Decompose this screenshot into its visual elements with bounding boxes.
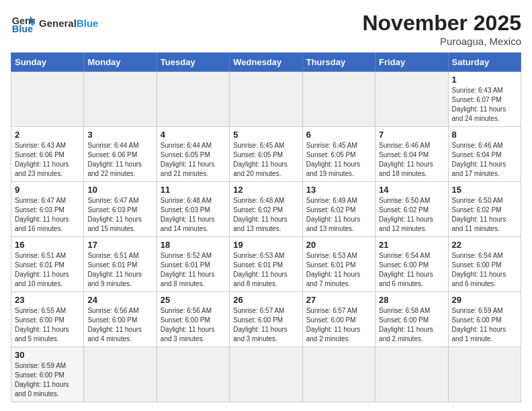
day-info: Sunrise: 6:53 AM Sunset: 6:01 PM Dayligh… — [306, 251, 371, 289]
day-number: 23 — [15, 295, 80, 305]
day-number: 5 — [233, 130, 298, 140]
calendar-week-row: 1Sunrise: 6:43 AM Sunset: 6:07 PM Daylig… — [11, 72, 521, 127]
day-header-wednesday: Wednesday — [230, 53, 302, 72]
day-info: Sunrise: 6:54 AM Sunset: 6:00 PM Dayligh… — [452, 251, 517, 289]
day-header-friday: Friday — [375, 53, 448, 72]
day-number: 30 — [15, 350, 80, 360]
calendar-cell: 29Sunrise: 6:59 AM Sunset: 6:00 PM Dayli… — [448, 292, 521, 347]
calendar-cell: 11Sunrise: 6:48 AM Sunset: 6:03 PM Dayli… — [157, 182, 229, 237]
title-block: November 2025 Puroagua, Mexico — [362, 11, 521, 47]
calendar-cell: 2Sunrise: 6:43 AM Sunset: 6:06 PM Daylig… — [11, 127, 84, 182]
day-number: 29 — [452, 295, 517, 305]
day-number: 16 — [15, 240, 80, 250]
day-number: 25 — [161, 295, 226, 305]
calendar-cell — [230, 347, 302, 402]
calendar-cell: 28Sunrise: 6:58 AM Sunset: 6:00 PM Dayli… — [375, 292, 448, 347]
calendar-cell — [157, 347, 229, 402]
calendar-cell: 27Sunrise: 6:57 AM Sunset: 6:00 PM Dayli… — [302, 292, 375, 347]
day-number: 13 — [306, 185, 371, 195]
day-info: Sunrise: 6:48 AM Sunset: 6:02 PM Dayligh… — [233, 196, 298, 234]
day-number: 12 — [233, 185, 298, 195]
calendar-cell: 8Sunrise: 6:46 AM Sunset: 6:04 PM Daylig… — [448, 127, 521, 182]
calendar-cell — [84, 347, 157, 402]
calendar-cell — [375, 347, 448, 402]
day-number: 18 — [161, 240, 226, 250]
day-info: Sunrise: 6:51 AM Sunset: 6:01 PM Dayligh… — [87, 251, 152, 289]
day-info: Sunrise: 6:55 AM Sunset: 6:00 PM Dayligh… — [15, 306, 80, 344]
location: Puroagua, Mexico — [362, 36, 521, 47]
day-number: 3 — [87, 130, 152, 140]
calendar-week-row: 9Sunrise: 6:47 AM Sunset: 6:03 PM Daylig… — [11, 182, 521, 237]
day-info: Sunrise: 6:45 AM Sunset: 6:05 PM Dayligh… — [306, 141, 371, 179]
calendar-cell: 25Sunrise: 6:56 AM Sunset: 6:00 PM Dayli… — [157, 292, 229, 347]
day-info: Sunrise: 6:45 AM Sunset: 6:05 PM Dayligh… — [233, 141, 298, 179]
day-info: Sunrise: 6:57 AM Sunset: 6:00 PM Dayligh… — [306, 306, 371, 344]
day-info: Sunrise: 6:49 AM Sunset: 6:02 PM Dayligh… — [306, 196, 371, 234]
calendar-cell: 4Sunrise: 6:44 AM Sunset: 6:05 PM Daylig… — [157, 127, 229, 182]
calendar-cell: 26Sunrise: 6:57 AM Sunset: 6:00 PM Dayli… — [230, 292, 302, 347]
page-header: General Blue GeneralBlue November 2025 P… — [11, 11, 521, 47]
calendar-cell — [84, 72, 157, 127]
calendar-cell: 30Sunrise: 6:59 AM Sunset: 6:00 PM Dayli… — [11, 347, 84, 402]
day-info: Sunrise: 6:47 AM Sunset: 6:03 PM Dayligh… — [15, 196, 80, 234]
logo: General Blue GeneralBlue — [11, 11, 98, 35]
calendar-cell — [230, 72, 302, 127]
day-number: 4 — [161, 130, 226, 140]
calendar-cell: 23Sunrise: 6:55 AM Sunset: 6:00 PM Dayli… — [11, 292, 84, 347]
day-number: 15 — [452, 185, 517, 195]
calendar-cell — [157, 72, 229, 127]
day-info: Sunrise: 6:44 AM Sunset: 6:06 PM Dayligh… — [87, 141, 152, 179]
day-info: Sunrise: 6:43 AM Sunset: 6:07 PM Dayligh… — [452, 86, 517, 124]
calendar-cell: 17Sunrise: 6:51 AM Sunset: 6:01 PM Dayli… — [84, 237, 157, 292]
calendar-cell: 20Sunrise: 6:53 AM Sunset: 6:01 PM Dayli… — [302, 237, 375, 292]
day-number: 24 — [87, 295, 152, 305]
calendar-cell: 14Sunrise: 6:50 AM Sunset: 6:02 PM Dayli… — [375, 182, 448, 237]
day-info: Sunrise: 6:52 AM Sunset: 6:01 PM Dayligh… — [161, 251, 226, 289]
calendar-cell: 9Sunrise: 6:47 AM Sunset: 6:03 PM Daylig… — [11, 182, 84, 237]
calendar-week-row: 23Sunrise: 6:55 AM Sunset: 6:00 PM Dayli… — [11, 292, 521, 347]
day-info: Sunrise: 6:58 AM Sunset: 6:00 PM Dayligh… — [379, 306, 444, 344]
calendar-cell: 19Sunrise: 6:53 AM Sunset: 6:01 PM Dayli… — [230, 237, 302, 292]
day-info: Sunrise: 6:59 AM Sunset: 6:00 PM Dayligh… — [452, 306, 517, 344]
day-info: Sunrise: 6:53 AM Sunset: 6:01 PM Dayligh… — [233, 251, 298, 289]
calendar-cell: 7Sunrise: 6:46 AM Sunset: 6:04 PM Daylig… — [375, 127, 448, 182]
calendar-cell: 3Sunrise: 6:44 AM Sunset: 6:06 PM Daylig… — [84, 127, 157, 182]
calendar-week-row: 30Sunrise: 6:59 AM Sunset: 6:00 PM Dayli… — [11, 347, 521, 402]
day-number: 14 — [379, 185, 444, 195]
calendar-cell — [375, 72, 448, 127]
day-number: 22 — [452, 240, 517, 250]
month-title: November 2025 — [362, 11, 521, 36]
day-number: 6 — [306, 130, 371, 140]
day-number: 26 — [233, 295, 298, 305]
day-info: Sunrise: 6:56 AM Sunset: 6:00 PM Dayligh… — [161, 306, 226, 344]
calendar-cell: 18Sunrise: 6:52 AM Sunset: 6:01 PM Dayli… — [157, 237, 229, 292]
day-info: Sunrise: 6:43 AM Sunset: 6:06 PM Dayligh… — [15, 141, 80, 179]
calendar-cell — [302, 347, 375, 402]
day-info: Sunrise: 6:48 AM Sunset: 6:03 PM Dayligh… — [161, 196, 226, 234]
day-info: Sunrise: 6:44 AM Sunset: 6:05 PM Dayligh… — [161, 141, 226, 179]
logo-icon: General Blue — [11, 11, 35, 35]
day-header-monday: Monday — [84, 53, 157, 72]
day-info: Sunrise: 6:56 AM Sunset: 6:00 PM Dayligh… — [87, 306, 152, 344]
day-number: 10 — [87, 185, 152, 195]
calendar-cell: 15Sunrise: 6:50 AM Sunset: 6:02 PM Dayli… — [448, 182, 521, 237]
calendar-cell: 16Sunrise: 6:51 AM Sunset: 6:01 PM Dayli… — [11, 237, 84, 292]
day-info: Sunrise: 6:47 AM Sunset: 6:03 PM Dayligh… — [87, 196, 152, 234]
day-number: 7 — [379, 130, 444, 140]
calendar-cell: 24Sunrise: 6:56 AM Sunset: 6:00 PM Dayli… — [84, 292, 157, 347]
calendar-week-row: 2Sunrise: 6:43 AM Sunset: 6:06 PM Daylig… — [11, 127, 521, 182]
calendar-cell: 5Sunrise: 6:45 AM Sunset: 6:05 PM Daylig… — [230, 127, 302, 182]
day-info: Sunrise: 6:50 AM Sunset: 6:02 PM Dayligh… — [379, 196, 444, 234]
day-number: 27 — [306, 295, 371, 305]
day-header-sunday: Sunday — [11, 53, 84, 72]
logo-text: GeneralBlue — [39, 17, 98, 29]
day-number: 2 — [15, 130, 80, 140]
day-number: 9 — [15, 185, 80, 195]
day-number: 17 — [87, 240, 152, 250]
calendar-cell — [11, 72, 84, 127]
day-info: Sunrise: 6:54 AM Sunset: 6:00 PM Dayligh… — [379, 251, 444, 289]
calendar-cell: 1Sunrise: 6:43 AM Sunset: 6:07 PM Daylig… — [448, 72, 521, 127]
day-info: Sunrise: 6:50 AM Sunset: 6:02 PM Dayligh… — [452, 196, 517, 234]
calendar-cell: 21Sunrise: 6:54 AM Sunset: 6:00 PM Dayli… — [375, 237, 448, 292]
day-number: 8 — [452, 130, 517, 140]
